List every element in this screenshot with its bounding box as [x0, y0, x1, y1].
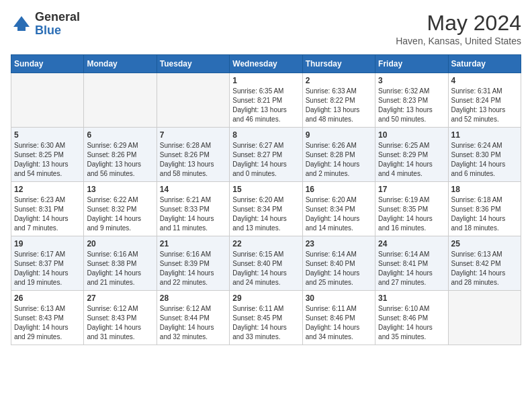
calendar-cell: 14Sunrise: 6:21 AM Sunset: 8:33 PM Dayli… — [157, 182, 229, 236]
calendar-cell: 25Sunrise: 6:13 AM Sunset: 8:42 PM Dayli… — [448, 236, 521, 291]
day-info: Sunrise: 6:16 AM Sunset: 8:39 PM Dayligh… — [160, 250, 226, 287]
day-header: Sunday — [11, 55, 84, 73]
day-number: 25 — [451, 239, 518, 248]
calendar-cell: 8Sunrise: 6:27 AM Sunset: 8:27 PM Daylig… — [230, 128, 302, 182]
calendar-cell: 27Sunrise: 6:12 AM Sunset: 8:43 PM Dayli… — [84, 291, 157, 345]
calendar-header: SundayMondayTuesdayWednesdayThursdayFrid… — [11, 55, 521, 73]
day-info: Sunrise: 6:33 AM Sunset: 8:22 PM Dayligh… — [306, 87, 372, 124]
day-number: 2 — [306, 76, 372, 85]
day-number: 26 — [14, 293, 81, 303]
calendar-cell: 4Sunrise: 6:31 AM Sunset: 8:24 PM Daylig… — [448, 73, 521, 128]
logo-blue: Blue — [35, 24, 80, 38]
day-number: 23 — [306, 239, 372, 248]
day-info: Sunrise: 6:15 AM Sunset: 8:40 PM Dayligh… — [232, 250, 299, 287]
day-info: Sunrise: 6:28 AM Sunset: 8:26 PM Dayligh… — [160, 141, 226, 179]
logo-icon — [11, 13, 32, 35]
day-info: Sunrise: 6:20 AM Sunset: 8:34 PM Dayligh… — [306, 195, 372, 233]
calendar-cell: 26Sunrise: 6:13 AM Sunset: 8:43 PM Dayli… — [11, 291, 84, 345]
day-info: Sunrise: 6:31 AM Sunset: 8:24 PM Dayligh… — [451, 87, 518, 124]
header: General Blue May 2024 Haven, Kansas, Uni… — [11, 11, 521, 46]
calendar-cell: 13Sunrise: 6:22 AM Sunset: 8:32 PM Dayli… — [84, 182, 157, 236]
day-number: 1 — [232, 76, 299, 85]
day-info: Sunrise: 6:10 AM Sunset: 8:46 PM Dayligh… — [378, 304, 445, 342]
day-info: Sunrise: 6:11 AM Sunset: 8:45 PM Dayligh… — [232, 304, 299, 342]
day-number: 7 — [160, 130, 226, 140]
day-number: 28 — [160, 293, 226, 303]
day-number: 14 — [160, 185, 226, 194]
day-number: 16 — [306, 185, 372, 194]
day-number: 6 — [87, 130, 153, 140]
day-number: 9 — [306, 130, 372, 140]
day-info: Sunrise: 6:17 AM Sunset: 8:37 PM Dayligh… — [14, 250, 81, 287]
calendar-cell: 19Sunrise: 6:17 AM Sunset: 8:37 PM Dayli… — [11, 236, 84, 291]
calendar-cell: 24Sunrise: 6:14 AM Sunset: 8:41 PM Dayli… — [375, 236, 448, 291]
day-info: Sunrise: 6:13 AM Sunset: 8:42 PM Dayligh… — [451, 250, 518, 287]
day-info: Sunrise: 6:23 AM Sunset: 8:31 PM Dayligh… — [14, 195, 81, 233]
calendar-week: 12Sunrise: 6:23 AM Sunset: 8:31 PM Dayli… — [11, 182, 521, 236]
calendar-cell — [157, 73, 229, 128]
day-info: Sunrise: 6:30 AM Sunset: 8:25 PM Dayligh… — [14, 141, 81, 179]
day-number: 17 — [378, 185, 445, 194]
day-number: 10 — [378, 130, 445, 140]
day-number: 27 — [87, 293, 153, 303]
day-header: Friday — [375, 55, 448, 73]
calendar-body: 1Sunrise: 6:35 AM Sunset: 8:21 PM Daylig… — [11, 73, 521, 345]
location-title: Haven, Kansas, United States — [396, 36, 521, 46]
day-info: Sunrise: 6:24 AM Sunset: 8:30 PM Dayligh… — [451, 141, 518, 179]
day-number: 15 — [232, 185, 299, 194]
day-number: 4 — [451, 76, 518, 85]
calendar-cell: 30Sunrise: 6:11 AM Sunset: 8:46 PM Dayli… — [302, 291, 375, 345]
day-info: Sunrise: 6:20 AM Sunset: 8:34 PM Dayligh… — [232, 195, 299, 233]
day-number: 24 — [378, 239, 445, 248]
day-number: 19 — [14, 239, 81, 248]
calendar-cell: 12Sunrise: 6:23 AM Sunset: 8:31 PM Dayli… — [11, 182, 84, 236]
calendar: SundayMondayTuesdayWednesdayThursdayFrid… — [11, 54, 521, 345]
day-header: Tuesday — [157, 55, 229, 73]
calendar-cell: 9Sunrise: 6:26 AM Sunset: 8:28 PM Daylig… — [302, 128, 375, 182]
day-header: Saturday — [448, 55, 521, 73]
calendar-cell: 1Sunrise: 6:35 AM Sunset: 8:21 PM Daylig… — [230, 73, 302, 128]
calendar-cell: 11Sunrise: 6:24 AM Sunset: 8:30 PM Dayli… — [448, 128, 521, 182]
day-info: Sunrise: 6:26 AM Sunset: 8:28 PM Dayligh… — [306, 141, 372, 179]
day-number: 8 — [232, 130, 299, 140]
day-header: Monday — [84, 55, 157, 73]
day-number: 21 — [160, 239, 226, 248]
calendar-cell: 18Sunrise: 6:18 AM Sunset: 8:36 PM Dayli… — [448, 182, 521, 236]
day-info: Sunrise: 6:35 AM Sunset: 8:21 PM Dayligh… — [232, 87, 299, 124]
calendar-cell: 5Sunrise: 6:30 AM Sunset: 8:25 PM Daylig… — [11, 128, 84, 182]
day-header: Wednesday — [230, 55, 302, 73]
day-number: 20 — [87, 239, 153, 248]
day-info: Sunrise: 6:13 AM Sunset: 8:43 PM Dayligh… — [14, 304, 81, 342]
calendar-cell: 3Sunrise: 6:32 AM Sunset: 8:23 PM Daylig… — [375, 73, 448, 128]
calendar-cell: 20Sunrise: 6:16 AM Sunset: 8:38 PM Dayli… — [84, 236, 157, 291]
day-number: 22 — [232, 239, 299, 248]
day-info: Sunrise: 6:19 AM Sunset: 8:35 PM Dayligh… — [378, 195, 445, 233]
calendar-week: 26Sunrise: 6:13 AM Sunset: 8:43 PM Dayli… — [11, 291, 521, 345]
day-info: Sunrise: 6:12 AM Sunset: 8:43 PM Dayligh… — [87, 304, 153, 342]
calendar-cell: 22Sunrise: 6:15 AM Sunset: 8:40 PM Dayli… — [230, 236, 302, 291]
calendar-cell: 29Sunrise: 6:11 AM Sunset: 8:45 PM Dayli… — [230, 291, 302, 345]
calendar-cell: 15Sunrise: 6:20 AM Sunset: 8:34 PM Dayli… — [230, 182, 302, 236]
calendar-cell: 23Sunrise: 6:14 AM Sunset: 8:40 PM Dayli… — [302, 236, 375, 291]
calendar-cell: 31Sunrise: 6:10 AM Sunset: 8:46 PM Dayli… — [375, 291, 448, 345]
day-info: Sunrise: 6:25 AM Sunset: 8:29 PM Dayligh… — [378, 141, 445, 179]
day-number: 29 — [232, 293, 299, 303]
svg-marker-0 — [13, 16, 30, 27]
day-number: 3 — [378, 76, 445, 85]
calendar-cell: 21Sunrise: 6:16 AM Sunset: 8:39 PM Dayli… — [157, 236, 229, 291]
svg-rect-1 — [17, 27, 26, 31]
calendar-cell: 10Sunrise: 6:25 AM Sunset: 8:29 PM Dayli… — [375, 128, 448, 182]
day-info: Sunrise: 6:12 AM Sunset: 8:44 PM Dayligh… — [160, 304, 226, 342]
calendar-cell: 16Sunrise: 6:20 AM Sunset: 8:34 PM Dayli… — [302, 182, 375, 236]
day-info: Sunrise: 6:14 AM Sunset: 8:41 PM Dayligh… — [378, 250, 445, 287]
logo-text: General Blue — [35, 11, 80, 38]
logo-general: General — [35, 11, 80, 24]
day-header: Thursday — [302, 55, 375, 73]
calendar-cell: 28Sunrise: 6:12 AM Sunset: 8:44 PM Dayli… — [157, 291, 229, 345]
calendar-week: 1Sunrise: 6:35 AM Sunset: 8:21 PM Daylig… — [11, 73, 521, 128]
day-info: Sunrise: 6:14 AM Sunset: 8:40 PM Dayligh… — [306, 250, 372, 287]
calendar-cell: 2Sunrise: 6:33 AM Sunset: 8:22 PM Daylig… — [302, 73, 375, 128]
month-title: May 2024 — [396, 11, 521, 36]
calendar-cell: 17Sunrise: 6:19 AM Sunset: 8:35 PM Dayli… — [375, 182, 448, 236]
calendar-cell — [84, 73, 157, 128]
